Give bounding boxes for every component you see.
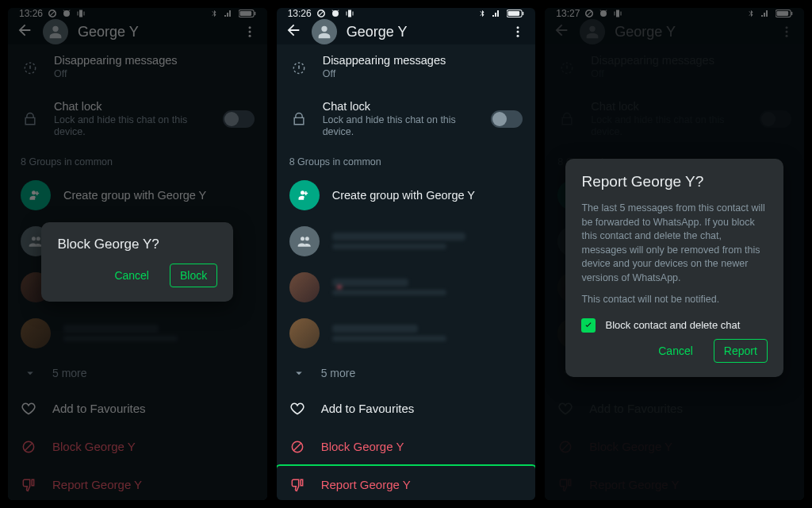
disappearing-messages-row[interactable]: Disappearing messages Off xyxy=(277,44,536,90)
phone-report-highlight: 13:26 George Y Disappearing messages Off xyxy=(277,8,536,500)
dnd-icon xyxy=(316,9,326,18)
thumbs-down-icon xyxy=(289,477,305,493)
report-dialog: Report George Y? The last 5 messages fro… xyxy=(565,159,783,377)
svg-point-16 xyxy=(517,31,519,33)
redacted-text xyxy=(332,233,465,241)
block-icon xyxy=(289,439,305,455)
chat-lock-toggle[interactable] xyxy=(491,110,523,128)
redacted-text xyxy=(332,336,446,341)
group-row-1[interactable] xyxy=(277,218,536,264)
redacted-text xyxy=(332,290,446,295)
battery-icon xyxy=(507,9,524,18)
checkbox-checked-icon[interactable] xyxy=(581,318,596,333)
report-dialog-title: Report George Y? xyxy=(581,173,767,190)
svg-line-20 xyxy=(293,443,301,451)
group-photo xyxy=(289,272,320,302)
disappearing-sub: Off xyxy=(323,68,523,81)
chatlock-title: Chat lock xyxy=(323,100,477,113)
groups-more-row[interactable]: 5 more xyxy=(277,356,536,390)
heart-icon xyxy=(289,401,305,417)
chatlock-sub: Lock and hide this chat on this device. xyxy=(323,114,477,139)
phone-report-dialog: 13:27 George Y Disappearing messages Off xyxy=(545,8,804,500)
block-dialog: Block George Y? Cancel Block xyxy=(41,222,233,302)
favourites-row[interactable]: Add to Favourites xyxy=(277,390,536,428)
block-dialog-title: Block George Y? xyxy=(57,237,217,252)
chevron-down-icon xyxy=(289,366,308,380)
report-checkbox-label: Block contact and delete chat xyxy=(605,319,740,331)
more-menu-icon[interactable] xyxy=(508,22,527,41)
back-icon[interactable] xyxy=(285,21,302,42)
clock-text: 13:26 xyxy=(288,8,312,19)
group-avatar-icon xyxy=(289,226,320,256)
contact-name: George Y xyxy=(347,24,500,40)
report-cancel-button[interactable]: Cancel xyxy=(649,340,703,362)
group-photo xyxy=(289,318,320,348)
signal-icon xyxy=(491,9,502,18)
groups-more-text: 5 more xyxy=(321,367,356,379)
disappearing-title: Disappearing messages xyxy=(323,54,523,67)
report-dialog-overlay[interactable]: Report George Y? The last 5 messages fro… xyxy=(545,8,804,500)
redacted-text xyxy=(332,279,408,287)
group-row-3[interactable] xyxy=(277,310,536,356)
vibrate-icon xyxy=(345,9,354,18)
svg-rect-13 xyxy=(508,11,520,16)
create-group-text: Create group with George Y xyxy=(332,189,523,202)
report-confirm-button[interactable]: Report xyxy=(714,339,768,363)
svg-point-17 xyxy=(517,35,519,37)
block-text: Block George Y xyxy=(321,440,404,453)
avatar[interactable] xyxy=(312,19,337,44)
chat-lock-row[interactable]: Chat lock Lock and hide this chat on thi… xyxy=(277,90,536,148)
create-group-row[interactable]: Create group with George Y xyxy=(277,172,536,218)
report-checkbox-row[interactable]: Block contact and delete chat xyxy=(581,318,767,333)
contact-header: George Y xyxy=(277,19,536,44)
block-confirm-button[interactable]: Block xyxy=(170,264,217,287)
timer-icon xyxy=(289,60,308,75)
lock-icon xyxy=(289,111,308,127)
phone-block-dialog: 13:26 George Y Disappearing messages Off xyxy=(8,8,267,500)
bluetooth-icon xyxy=(478,9,486,18)
svg-rect-14 xyxy=(523,12,523,15)
alarm-icon xyxy=(331,9,340,18)
report-contact-row[interactable]: Report George Y xyxy=(277,466,536,500)
status-bar: 13:26 xyxy=(277,8,536,19)
report-dialog-body2: This contact will not be notified. xyxy=(581,293,767,307)
groups-count-label: 8 Groups in common xyxy=(277,148,536,172)
favourites-text: Add to Favourites xyxy=(321,402,415,415)
svg-point-15 xyxy=(517,26,519,29)
report-text: Report George Y xyxy=(321,478,411,491)
block-dialog-overlay[interactable]: Block George Y? Cancel Block xyxy=(8,8,267,500)
redacted-text xyxy=(332,244,446,249)
redacted-text xyxy=(332,325,418,333)
report-dialog-body1: The last 5 messages from this contact wi… xyxy=(581,202,767,285)
block-contact-row[interactable]: Block George Y xyxy=(277,428,536,466)
create-group-icon xyxy=(289,180,320,210)
group-row-2[interactable] xyxy=(277,264,536,310)
block-cancel-button[interactable]: Cancel xyxy=(105,264,159,287)
